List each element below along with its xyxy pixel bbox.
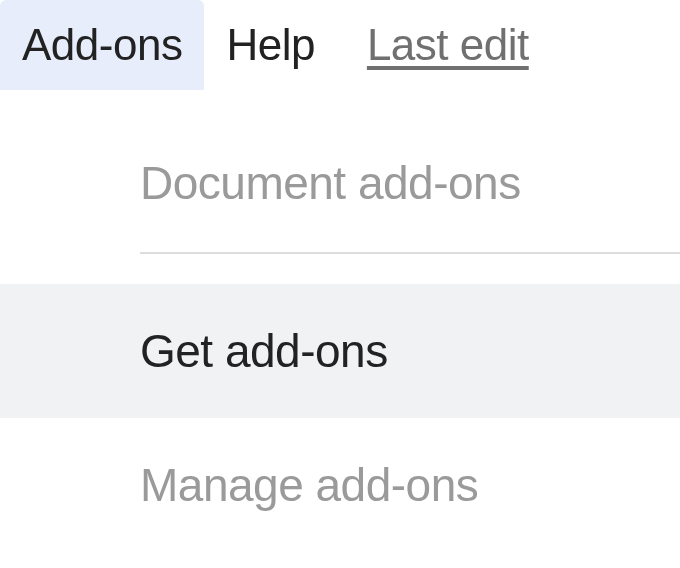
menubar: Add-ons Help Last edit [0, 0, 680, 90]
menu-help[interactable]: Help [204, 0, 337, 90]
get-addons-label: Get add-ons [140, 325, 388, 377]
menu-item-get-addons[interactable]: Get add-ons [0, 284, 680, 418]
dropdown-divider [140, 252, 680, 254]
last-edit-link[interactable]: Last edit [367, 20, 529, 70]
section-header-label: Document add-ons [140, 157, 521, 209]
menu-help-label: Help [226, 20, 315, 70]
manage-addons-label: Manage add-ons [140, 459, 478, 511]
addons-dropdown: Document add-ons Get add-ons Manage add-… [0, 132, 680, 552]
menu-addons[interactable]: Add-ons [0, 0, 204, 90]
menu-addons-label: Add-ons [22, 20, 182, 70]
menu-item-manage-addons[interactable]: Manage add-ons [0, 418, 680, 552]
dropdown-section-header: Document add-ons [0, 132, 680, 234]
last-edit-label: Last edit [367, 20, 529, 69]
